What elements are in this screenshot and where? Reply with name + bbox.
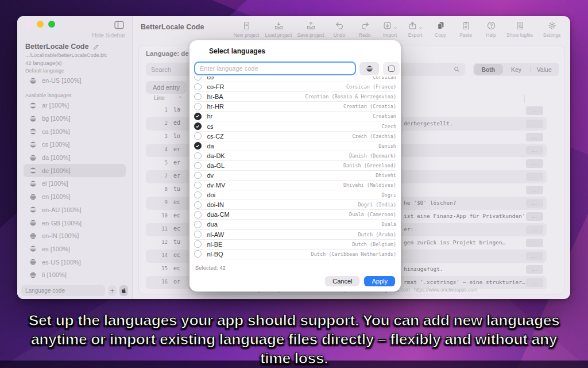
edit-pencil-icon[interactable] — [92, 43, 100, 51]
radio-unchecked-icon[interactable] — [194, 250, 202, 258]
toolbar-load-project[interactable]: Load project — [264, 18, 293, 39]
dialog-language-row-da-gl[interactable]: da-GLDanish (Greenland) — [194, 161, 396, 171]
toolbar-settings[interactable]: Settings — [537, 18, 567, 39]
minimize-button[interactable] — [37, 21, 44, 28]
row-more-button[interactable]: ... — [526, 172, 543, 181]
radio-unchecked-icon[interactable] — [194, 132, 202, 140]
radio-unchecked-icon[interactable] — [194, 231, 202, 238]
dialog-language-row-nl-be[interactable]: nl-BEDutch (Belgium) — [194, 240, 396, 250]
radio-unchecked-icon[interactable] — [194, 103, 202, 110]
toolbar-redo[interactable]: Redo — [353, 18, 376, 39]
sidebar-language-en[interactable]: en [100%] — [24, 190, 126, 204]
select-all-checkbox[interactable] — [383, 62, 400, 75]
zoom-button[interactable] — [48, 21, 55, 28]
toolbar-help[interactable]: Help — [479, 18, 502, 39]
dialog-language-row-co[interactable]: coCorsican — [194, 76, 396, 82]
sidebar-language-es[interactable]: es [100%] — [24, 243, 126, 256]
dialog-language-row-nl-bq[interactable]: nl-BQDutch (Caribbean Netherlands) — [194, 250, 396, 259]
sidebar-language-ca[interactable]: ca [100%] — [24, 125, 126, 138]
radio-unchecked-icon[interactable] — [194, 211, 202, 218]
language-code: dv-MV — [207, 182, 226, 189]
sidebar-language-ar[interactable]: ar [100%] — [24, 99, 126, 112]
dialog-language-row-nl-aw[interactable]: nl-AWDutch (Aruba) — [194, 230, 396, 240]
sidebar-language-en-au[interactable]: en-AU [100%] — [24, 204, 126, 217]
sidebar-language-da[interactable]: da [100%] — [24, 151, 126, 164]
dialog-language-row-doi-in[interactable]: doi-INDogri (India) — [194, 200, 396, 210]
radio-unchecked-icon[interactable] — [194, 152, 202, 160]
radio-unchecked-icon[interactable] — [194, 201, 202, 209]
radio-checked-icon[interactable] — [194, 142, 202, 150]
line-column-header[interactable]: Line — [154, 95, 165, 101]
radio-unchecked-icon[interactable] — [194, 182, 202, 189]
row-more-button[interactable]: ... — [526, 120, 543, 128]
dialog-language-row-dv[interactable]: dvDhivehi — [194, 171, 396, 181]
sidebar-language-fi[interactable]: fi [100%] — [24, 269, 126, 282]
radio-unchecked-icon[interactable] — [194, 240, 202, 248]
row-more-button[interactable]: ... — [526, 252, 543, 260]
dialog-language-row-dua-cm[interactable]: dua-CMDuala (Cameroon) — [194, 210, 396, 220]
dialog-language-row-dv-mv[interactable]: dv-MVDhivehi (Maldives) — [194, 181, 396, 190]
dialog-language-row-hr-hr[interactable]: hr-HRCroatian (Croatia) — [194, 102, 396, 112]
dialog-language-row-da-dk[interactable]: da-DKDanish (Denmark) — [194, 151, 396, 161]
toolbar-new-project[interactable]: New project — [231, 18, 261, 39]
hide-sidebar-label[interactable]: Hide Sidebar — [92, 32, 125, 39]
toolbar-copy[interactable]: Copy — [429, 18, 452, 39]
dialog-language-row-doi[interactable]: doiDogri — [194, 190, 396, 200]
row-more-button[interactable]: ... — [526, 278, 543, 287]
dialog-language-row-hr[interactable]: hrCroatian — [194, 112, 396, 121]
row-more-button[interactable]: ... — [526, 186, 543, 194]
radio-unchecked-icon[interactable] — [194, 83, 202, 91]
dialog-language-row-hr-ba[interactable]: hr-BACroatian (Bosnia & Herzegovina) — [194, 92, 396, 102]
toolbar-save-project[interactable]: Save project — [296, 18, 326, 39]
row-more-button[interactable]: ... — [526, 239, 543, 247]
row-more-button[interactable]: ... — [526, 133, 543, 141]
add-language-button[interactable]: + — [108, 285, 117, 296]
cancel-button[interactable]: Cancel — [325, 276, 359, 286]
row-more-button[interactable]: ... — [526, 159, 543, 168]
radio-checked-icon[interactable] — [194, 122, 202, 130]
default-language-row[interactable]: en-US [100%] — [20, 74, 130, 87]
sort-ascending-icon[interactable]: ^ — [179, 95, 181, 100]
dialog-language-row-dua[interactable]: duaDuala — [194, 220, 396, 229]
radio-unchecked-icon[interactable] — [194, 221, 202, 228]
segment-value[interactable]: Value — [530, 64, 558, 75]
sidebar-language-bg[interactable]: bg [100%] — [24, 112, 126, 125]
radio-checked-icon[interactable] — [194, 113, 202, 120]
segment-key[interactable]: Key — [502, 64, 531, 75]
language-code-input[interactable] — [21, 285, 105, 296]
dialog-language-row-cs[interactable]: csCzech — [194, 121, 396, 131]
language-code-entry-input[interactable] — [194, 62, 356, 75]
radio-unchecked-icon[interactable] — [194, 162, 202, 170]
row-more-button[interactable]: ... — [526, 146, 543, 155]
radio-unchecked-icon[interactable] — [194, 191, 202, 199]
radio-unchecked-icon[interactable] — [194, 172, 202, 179]
toolbar-export[interactable]: Export — [404, 18, 427, 39]
sidebar-toggle-icon[interactable] — [113, 19, 125, 31]
toolbar-paste[interactable]: Paste — [454, 18, 477, 39]
row-more-button[interactable]: ... — [526, 225, 543, 234]
dialog-language-row-co-fr[interactable]: co-FRCorsican (France) — [194, 82, 396, 92]
row-more-button[interactable]: ... — [526, 199, 543, 208]
row-more-button[interactable]: ... — [526, 265, 543, 274]
sidebar-language-el[interactable]: el [100%] — [24, 177, 126, 190]
sidebar-language-es-us[interactable]: es-US [100%] — [24, 255, 126, 269]
row-more-button[interactable]: ... — [526, 212, 543, 221]
row-more-button[interactable]: ... — [526, 106, 543, 115]
radio-unchecked-icon[interactable] — [194, 76, 202, 80]
sidebar-language-en-in[interactable]: en-IN [100%] — [24, 229, 126, 243]
toolbar-undo[interactable]: Undo — [328, 18, 351, 39]
globe-filter-button[interactable] — [359, 62, 379, 75]
sidebar-language-en-gb[interactable]: en-GB [100%] — [24, 216, 126, 229]
close-button[interactable] — [25, 21, 32, 28]
toolbar-show-logfile[interactable]: Show logfile — [505, 18, 535, 39]
add-entry-button[interactable]: Add entry — [146, 81, 187, 94]
sidebar-language-de[interactable]: de [100%] — [24, 164, 126, 177]
dialog-language-row-cs-cz[interactable]: cs-CZCzech (Czechia) — [194, 132, 396, 141]
dialog-language-row-da[interactable]: daDanish — [194, 141, 396, 151]
radio-unchecked-icon[interactable] — [194, 93, 202, 101]
segment-both[interactable]: Both — [474, 64, 502, 75]
apple-languages-button[interactable] — [119, 285, 128, 296]
apply-button[interactable]: Apply — [364, 276, 395, 286]
sidebar-language-cs[interactable]: cs [100%] — [24, 138, 126, 151]
toolbar-import[interactable]: Import — [378, 18, 401, 39]
